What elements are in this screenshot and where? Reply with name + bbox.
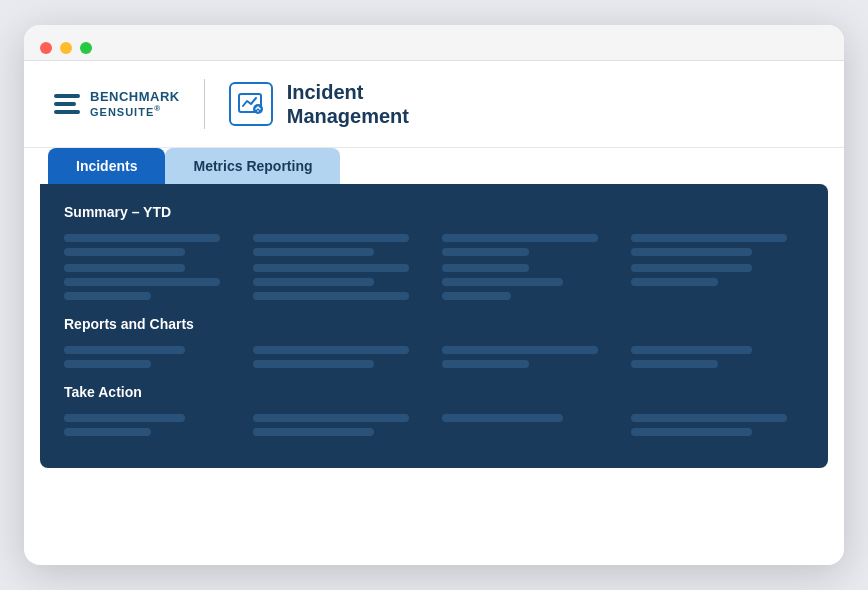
skel [253, 264, 409, 272]
app-title-line1: Incident [287, 80, 409, 104]
logo-bar-1 [54, 94, 80, 98]
skel [442, 360, 529, 368]
content-panel: Summary – YTD [40, 184, 828, 468]
header-divider [204, 79, 205, 129]
skel [442, 234, 598, 242]
logo-line2: GENSUITE® [90, 104, 180, 119]
maximize-button[interactable] [80, 42, 92, 54]
skel [442, 292, 511, 300]
skel-ta-4 [631, 414, 804, 436]
svg-point-1 [253, 104, 263, 114]
skel [631, 264, 752, 272]
skel [253, 248, 374, 256]
skel [631, 414, 787, 422]
summary-ytd-grid-2 [64, 264, 804, 300]
reports-charts-grid [64, 346, 804, 368]
skel [253, 278, 374, 286]
take-action-title: Take Action [64, 384, 804, 400]
skeleton-col-1 [64, 234, 237, 256]
skel [64, 292, 151, 300]
logo-icon [54, 94, 80, 114]
skel [253, 414, 409, 422]
app-header: BENCHMARK GENSUITE® Incident [24, 61, 844, 148]
incident-management-icon [237, 90, 265, 118]
summary-ytd-grid [64, 234, 804, 256]
skel-ta-3 [442, 414, 615, 436]
skel [442, 264, 529, 272]
skel-rc-1 [64, 346, 237, 368]
skeleton-col-3b [442, 264, 615, 300]
skel [64, 346, 185, 354]
skel [631, 360, 718, 368]
skel [631, 278, 718, 286]
skel [253, 428, 374, 436]
skel-ta-1 [64, 414, 237, 436]
skel [253, 346, 409, 354]
app-title-text: Incident Management [287, 80, 409, 128]
tab-incidents[interactable]: Incidents [48, 148, 165, 184]
skel [64, 264, 185, 272]
skel-rc-4 [631, 346, 804, 368]
skel [442, 414, 563, 422]
logo-bar-3 [54, 110, 80, 114]
skeleton-col-2b [253, 264, 426, 300]
logo-section: BENCHMARK GENSUITE® [54, 89, 180, 119]
skel-ta-2 [253, 414, 426, 436]
skeleton-col-2 [253, 234, 426, 256]
skel [64, 360, 151, 368]
logo-text: BENCHMARK GENSUITE® [90, 89, 180, 119]
skel [64, 234, 220, 242]
skel [442, 248, 529, 256]
skel [253, 234, 409, 242]
skel [64, 428, 151, 436]
skel [631, 346, 752, 354]
skel [64, 278, 220, 286]
summary-ytd-title: Summary – YTD [64, 204, 804, 220]
skel [631, 248, 752, 256]
app-title-line2: Management [287, 104, 409, 128]
app-icon [229, 82, 273, 126]
skel [631, 428, 752, 436]
skel [631, 234, 787, 242]
reports-charts-title: Reports and Charts [64, 316, 804, 332]
skel [64, 248, 185, 256]
skel [442, 346, 598, 354]
skel [253, 292, 409, 300]
app-title-section: Incident Management [229, 80, 409, 128]
skel-rc-3 [442, 346, 615, 368]
skeleton-col-3 [442, 234, 615, 256]
skel [253, 360, 374, 368]
take-action-grid [64, 414, 804, 436]
skel [64, 414, 185, 422]
skel-rc-2 [253, 346, 426, 368]
tabs-row: Incidents Metrics Reporting [24, 148, 844, 184]
tab-metrics-reporting[interactable]: Metrics Reporting [165, 148, 340, 184]
skeleton-col-4 [631, 234, 804, 256]
minimize-button[interactable] [60, 42, 72, 54]
browser-chrome [24, 25, 844, 61]
browser-window: BENCHMARK GENSUITE® Incident [24, 25, 844, 565]
skel [442, 278, 563, 286]
close-button[interactable] [40, 42, 52, 54]
skeleton-col-1b [64, 264, 237, 300]
skeleton-col-4b [631, 264, 804, 300]
logo-line1: BENCHMARK [90, 89, 180, 105]
logo-bar-2 [54, 102, 76, 106]
svg-point-2 [257, 110, 259, 112]
